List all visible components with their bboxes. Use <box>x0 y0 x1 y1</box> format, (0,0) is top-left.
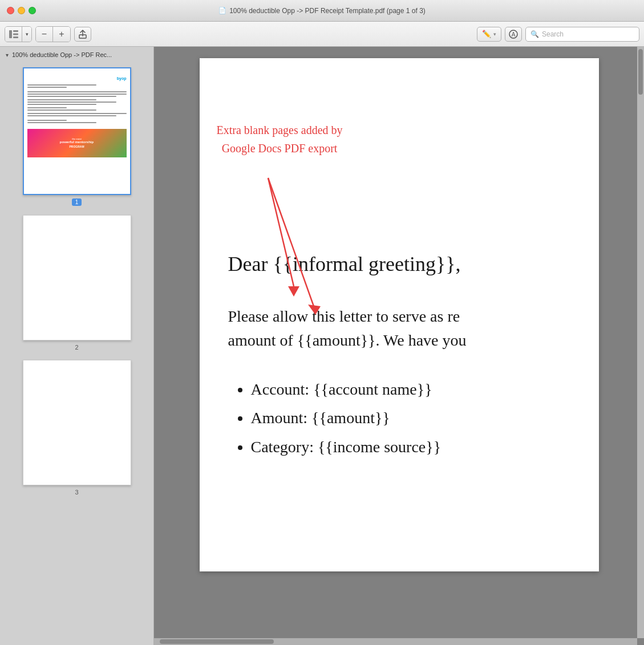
pdf-body-text: Please allow this letter to serve as rea… <box>228 307 467 349</box>
thumb-footer: the most powerful mentorship PROGRAM <box>27 129 127 157</box>
pdf-icon: 📄 <box>218 7 226 14</box>
page-thumbnail-2[interactable]: 2 <box>23 215 131 351</box>
svg-rect-1 <box>13 30 18 32</box>
svg-rect-0 <box>9 30 12 38</box>
page-label-2: 2 <box>75 344 78 351</box>
pen-dropdown-arrow: ▾ <box>493 31 496 37</box>
svg-text:A: A <box>512 31 516 38</box>
annotation-group: Extra blank pages added by Google Docs P… <box>217 121 343 157</box>
toolbar-right: ✏️ ▾ A 🔍 Search <box>477 27 639 42</box>
pen-icon: ✏️ <box>482 30 491 38</box>
share-button[interactable] <box>74 27 91 42</box>
pen-tool-button[interactable]: ✏️ ▾ <box>477 27 501 42</box>
thumb-logo-text: byop <box>117 76 127 80</box>
thumbnail-image-2[interactable] <box>23 215 131 340</box>
window-title: 📄 100% deductible Opp -> PDF Receipt Tem… <box>218 7 426 15</box>
page-badge-1: 1 <box>72 198 82 206</box>
thumb-footer-main: powerful mentorship <box>60 140 94 145</box>
pdf-body: Please allow this letter to serve as rea… <box>228 305 570 352</box>
markup-button[interactable]: A <box>505 27 522 42</box>
svg-rect-3 <box>13 36 18 38</box>
zoom-group[interactable]: − + <box>35 26 71 42</box>
main-area: ▾ 100% deductible Opp -> PDF Rec... byop <box>0 47 644 645</box>
zoom-in-button[interactable]: + <box>53 27 70 42</box>
pdf-page: Extra blank pages added by Google Docs P… <box>200 58 599 571</box>
sidebar-document-title: 100% deductible Opp -> PDF Rec... <box>12 51 112 58</box>
search-input[interactable]: 🔍 Search <box>525 27 639 42</box>
minimize-button[interactable] <box>18 7 25 14</box>
title-bar: 📄 100% deductible Opp -> PDF Receipt Tem… <box>0 0 644 22</box>
thumbnail-image-3[interactable] <box>23 360 131 485</box>
thumb-text-lines <box>27 84 127 123</box>
maximize-button[interactable] <box>29 7 36 14</box>
sidebar-toggle-group[interactable]: ▾ <box>5 26 32 42</box>
page-thumbnail-1[interactable]: byop <box>23 67 131 206</box>
toolbar: ▾ − + ✏️ ▾ A 🔍 Search <box>0 22 644 47</box>
pdf-list: Account: {{account name}} Amount: {{amou… <box>228 375 570 461</box>
close-button[interactable] <box>7 7 14 14</box>
page-thumbnail-3[interactable]: 3 <box>23 360 131 496</box>
thumb-footer-program: PROGRAM <box>60 145 94 149</box>
horizontal-scrollbar[interactable] <box>154 638 637 645</box>
sidebar-collapse-arrow[interactable]: ▾ <box>6 52 9 58</box>
pdf-content: Dear {{informal greeting}}, Please allow… <box>228 252 570 461</box>
list-item-category: Category: {{income source}} <box>251 433 570 461</box>
list-item-account: Account: {{account name}} <box>251 375 570 404</box>
annotation-text: Extra blank pages added by Google Docs P… <box>217 121 343 157</box>
sidebar-dropdown-button[interactable]: ▾ <box>22 27 31 42</box>
page-label-3: 3 <box>75 489 78 496</box>
pdf-viewer[interactable]: Extra blank pages added by Google Docs P… <box>154 47 644 645</box>
svg-rect-2 <box>13 33 18 35</box>
vertical-scrollbar[interactable] <box>637 47 644 638</box>
traffic-lights <box>7 7 36 14</box>
sidebar: ▾ 100% deductible Opp -> PDF Rec... byop <box>0 47 154 645</box>
sidebar-header: ▾ 100% deductible Opp -> PDF Rec... <box>0 47 153 63</box>
zoom-out-button[interactable]: − <box>36 27 53 42</box>
list-item-amount: Amount: {{amount}} <box>251 404 570 432</box>
horizontal-scroll-thumb[interactable] <box>160 639 274 644</box>
search-icon: 🔍 <box>530 30 539 38</box>
thumbnail-image-1[interactable]: byop <box>23 67 131 195</box>
thumb-logo: byop <box>27 72 127 82</box>
vertical-scroll-thumb[interactable] <box>638 49 643 95</box>
pdf-greeting: Dear {{informal greeting}}, <box>228 252 570 276</box>
sidebar-toggle-button[interactable] <box>5 27 22 42</box>
thumb-footer-small: the most <box>60 137 94 140</box>
